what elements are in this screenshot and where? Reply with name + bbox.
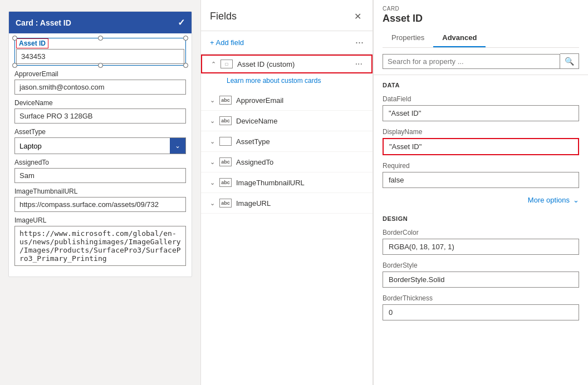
data-field-label: DataField <box>383 95 579 103</box>
field-item-approver-email[interactable]: ⌄ abc ApproverEmail <box>201 90 373 111</box>
border-thickness-value[interactable]: 0 <box>383 304 579 320</box>
chevron-down-icon: ⌄ <box>573 196 579 204</box>
field-item-assigned-to[interactable]: ⌄ abc AssignedTo <box>201 152 373 172</box>
close-button[interactable]: ✕ <box>352 9 364 24</box>
add-field-row: + Add field ··· <box>201 31 373 55</box>
chevron-right-icon-2: ⌄ <box>210 117 215 125</box>
data-field-row: DataField "Asset ID" <box>374 92 588 125</box>
device-name-field-name: DeviceName <box>236 117 364 125</box>
image-thumb-input[interactable] <box>14 197 186 212</box>
approver-email-field: ApproverEmail <box>14 70 186 95</box>
device-name-icon: abc <box>219 116 232 125</box>
field-item-asset-id[interactable]: ⌃ □ Asset ID (custom) ··· <box>201 55 373 73</box>
required-label: Required <box>383 162 579 170</box>
device-name-input[interactable] <box>14 108 186 124</box>
asset-id-more-icon[interactable]: ··· <box>355 59 362 69</box>
approver-email-input[interactable] <box>14 80 186 95</box>
card-title: Asset ID <box>383 13 579 24</box>
properties-panel: CARD Asset ID Properties Advanced 🔍 DATA… <box>373 0 588 385</box>
approver-email-field-name: ApproverEmail <box>236 96 364 105</box>
asset-id-field-icon: □ <box>220 60 233 68</box>
search-input[interactable] <box>383 54 560 69</box>
more-dots-icon[interactable]: ··· <box>355 37 364 48</box>
asset-type-field: AssetType ⌄ <box>14 128 186 154</box>
card-preview: Card : Asset ID ✓ Asset ID <box>8 11 192 277</box>
border-color-label: BorderColor <box>383 229 579 236</box>
image-url-label: ImageURL <box>14 216 186 224</box>
add-field-button[interactable]: + Add field <box>210 38 244 47</box>
image-thumb-icon: abc <box>219 178 232 187</box>
border-thickness-row: BorderThickness 0 <box>374 291 588 324</box>
fields-list: ⌃ □ Asset ID (custom) ··· Learn more abo… <box>201 55 373 385</box>
asset-type-field-name: AssetType <box>236 137 364 146</box>
display-name-value[interactable]: "Asset ID" <box>383 138 579 155</box>
asset-id-label: Asset ID <box>16 40 184 47</box>
fields-panel: Fields ✕ + Add field ··· ⌃ □ Asset ID (c… <box>200 0 373 385</box>
card-label: CARD <box>383 6 579 12</box>
approver-email-label: ApproverEmail <box>14 70 186 78</box>
border-color-row: BorderColor RGBA(0, 18, 107, 1) <box>374 225 588 258</box>
learn-more-link[interactable]: Learn more about custom cards <box>201 73 373 90</box>
more-options-button[interactable]: More options ⌄ <box>528 196 579 204</box>
asset-type-input[interactable] <box>15 139 170 153</box>
approver-email-icon: abc <box>219 96 232 105</box>
design-section-header: DESIGN <box>374 209 588 225</box>
left-panel: Card : Asset ID ✓ Asset ID <box>0 0 200 385</box>
search-button[interactable]: 🔍 <box>560 53 579 69</box>
assigned-to-field: AssignedTo <box>14 159 186 183</box>
asset-id-input[interactable] <box>16 49 184 64</box>
field-item-image-url[interactable]: ⌄ abc ImageURL <box>201 193 373 214</box>
tab-advanced[interactable]: Advanced <box>433 29 486 47</box>
tab-properties[interactable]: Properties <box>383 29 433 47</box>
required-value[interactable]: false <box>383 172 579 188</box>
border-style-row: BorderStyle BorderStyle.Solid <box>374 258 588 291</box>
more-options-label: More options <box>528 196 570 204</box>
image-url-input[interactable]: https://www.microsoft.com/global/en-us/n… <box>14 226 186 266</box>
device-name-field: DeviceName <box>14 99 186 124</box>
border-style-label: BorderStyle <box>383 261 579 269</box>
data-field-value[interactable]: "Asset ID" <box>383 105 579 121</box>
data-section-header: DATA <box>374 75 588 92</box>
card-header: Card : Asset ID ✓ <box>9 12 192 33</box>
tabs-row: Properties Advanced <box>383 29 579 48</box>
asset-id-field-name: Asset ID (custom) <box>237 60 355 68</box>
search-row: 🔍 <box>374 48 588 75</box>
display-name-row: DisplayName "Asset ID" <box>374 125 588 159</box>
image-url-icon: abc <box>219 199 232 208</box>
assigned-to-input[interactable] <box>14 168 186 183</box>
right-panel-header: CARD Asset ID Properties Advanced <box>374 0 588 48</box>
card-body: Asset ID ApproverEmail DeviceName <box>9 33 192 277</box>
field-item-asset-type[interactable]: ⌄ AssetType <box>201 131 373 152</box>
field-item-device-name[interactable]: ⌄ abc DeviceName <box>201 111 373 131</box>
image-thumb-label: ImageThumbnailURL <box>14 187 186 195</box>
image-url-field-name: ImageURL <box>236 199 364 208</box>
card-header-title: Card : Asset ID <box>16 18 71 27</box>
asset-type-dropdown[interactable]: ⌄ <box>14 137 186 154</box>
asset-type-icon <box>219 137 232 146</box>
assigned-to-icon: abc <box>219 157 232 166</box>
checkmark-icon: ✓ <box>178 17 185 28</box>
chevron-right-icon: ⌄ <box>210 97 215 104</box>
fields-panel-title: Fields <box>210 11 237 22</box>
border-style-value[interactable]: BorderStyle.Solid <box>383 272 579 288</box>
chevron-right-icon-4: ⌄ <box>210 159 215 166</box>
asset-id-selection: Asset ID <box>14 38 186 66</box>
assigned-to-label: AssignedTo <box>14 159 186 166</box>
chevron-right-icon-6: ⌄ <box>210 200 215 207</box>
image-url-field: ImageURL https://www.microsoft.com/globa… <box>14 216 186 268</box>
chevron-right-icon-3: ⌄ <box>210 138 215 145</box>
fields-panel-header: Fields ✕ <box>201 0 373 31</box>
dropdown-chevron-icon: ⌄ <box>170 138 185 154</box>
assigned-to-field-name: AssignedTo <box>236 158 364 166</box>
display-name-label: DisplayName <box>383 128 579 136</box>
border-thickness-label: BorderThickness <box>383 294 579 302</box>
image-thumb-field-name: ImageThumbnailURL <box>236 179 364 187</box>
chevron-up-icon: ⌃ <box>211 61 216 68</box>
more-options-row: More options ⌄ <box>374 191 588 209</box>
chevron-right-icon-5: ⌄ <box>210 179 215 186</box>
required-row: Required false <box>374 159 588 191</box>
image-thumb-field: ImageThumbnailURL <box>14 187 186 212</box>
border-color-value[interactable]: RGBA(0, 18, 107, 1) <box>383 239 579 255</box>
asset-type-label: AssetType <box>14 128 186 136</box>
field-item-image-thumb[interactable]: ⌄ abc ImageThumbnailURL <box>201 172 373 193</box>
